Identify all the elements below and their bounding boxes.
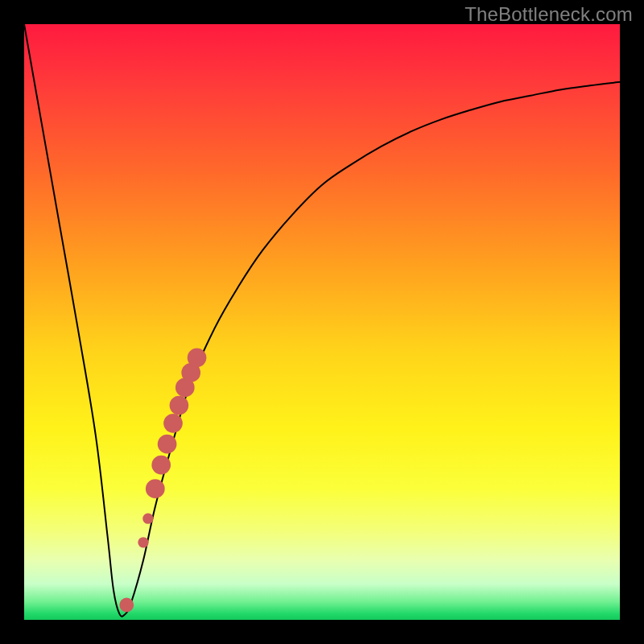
- data-marker: [119, 598, 134, 613]
- data-marker: [188, 349, 207, 368]
- plot-area: [24, 24, 620, 620]
- data-marker: [151, 456, 171, 475]
- data-marker: [142, 514, 153, 524]
- watermark-text: TheBottleneck.com: [464, 3, 633, 26]
- data-marker: [138, 537, 148, 547]
- chart-frame: TheBottleneck.com: [0, 0, 644, 644]
- bottleneck-curve: [24, 24, 620, 617]
- data-marker: [163, 414, 183, 433]
- curve-svg: [24, 24, 620, 620]
- data-marker: [170, 396, 189, 415]
- data-marker: [146, 479, 165, 498]
- data-marker: [158, 435, 177, 454]
